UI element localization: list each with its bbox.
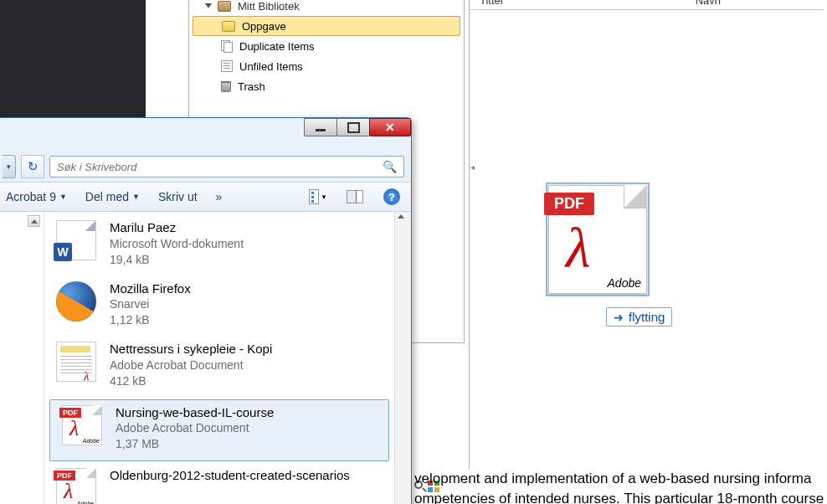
command-toolbar: Acrobat 9▼ Del med▼ Skriv ut » ▼ ? bbox=[0, 182, 411, 212]
pdf-drag-icon: PDF λ Adobe bbox=[548, 185, 647, 294]
chevron-down-icon: ▼ bbox=[132, 193, 140, 201]
explorer-window: ▾ ↻ 🔍 Acrobat 9▼ Del med▼ Skriv ut » ▼ ?… bbox=[0, 117, 412, 504]
file-name: Oldenburg-2012-student-created-scenarios bbox=[110, 468, 350, 484]
tree-item-duplicates[interactable]: Duplicate Items bbox=[189, 36, 464, 56]
preview-pane-button[interactable] bbox=[346, 188, 364, 206]
file-name: Nettressurs i sykepleie - Kopi bbox=[110, 342, 272, 357]
trash-icon bbox=[221, 81, 231, 92]
library-icon bbox=[218, 1, 231, 12]
file-name: Mozilla Firefox bbox=[110, 281, 191, 297]
file-type: Snarvei bbox=[110, 296, 191, 312]
toolbar-more[interactable]: » bbox=[216, 190, 223, 203]
maximize-button[interactable] bbox=[336, 118, 370, 136]
paper-line: ompetencies of intended nurses. This par… bbox=[414, 489, 827, 504]
paper-text: velopment and implementation of a web-ba… bbox=[414, 469, 827, 504]
file-name: Marilu Paez bbox=[110, 220, 244, 236]
search-box[interactable]: 🔍 bbox=[49, 156, 404, 177]
file-type: Microsoft Word-dokument bbox=[110, 236, 244, 252]
file-name: Nursing-we-based-IL-course bbox=[116, 405, 274, 421]
pdf-icon: PDFλAdobe bbox=[56, 468, 96, 504]
splitter-handle[interactable] bbox=[470, 159, 476, 174]
scroll-up-button[interactable] bbox=[28, 215, 40, 227]
drag-ghost: PDF λ Adobe ➜ flytting bbox=[546, 183, 655, 327]
folder-icon bbox=[222, 21, 235, 32]
tree-item-unfiled[interactable]: Unfiled Items bbox=[189, 56, 464, 76]
tree-item-oppgave[interactable]: Oppgave bbox=[193, 16, 460, 36]
tree-item-trash[interactable]: Trash bbox=[189, 76, 464, 96]
file-type: Adobe Acrobat Document bbox=[110, 357, 272, 373]
word-icon bbox=[56, 220, 96, 260]
tree-root[interactable]: Mitt Bibliotek bbox=[189, 0, 464, 16]
file-size: 412 kB bbox=[110, 373, 272, 389]
tree-item-label: Unfiled Items bbox=[239, 60, 303, 73]
file-size: 1,12 kB bbox=[110, 312, 191, 328]
scrollbar[interactable] bbox=[394, 212, 411, 504]
titlebar[interactable] bbox=[0, 118, 411, 152]
search-icon[interactable]: 🔍 bbox=[383, 160, 397, 173]
view-mode-button[interactable]: ▼ bbox=[309, 188, 327, 206]
file-row[interactable]: Marilu PaezMicrosoft Word-dokument19,4 k… bbox=[44, 215, 394, 276]
column-headers[interactable]: Tittel Navn bbox=[470, 0, 824, 10]
tree-item-label: Oppgave bbox=[242, 20, 286, 33]
chevron-down-icon: ▼ bbox=[321, 193, 327, 201]
expand-icon[interactable] bbox=[205, 3, 212, 8]
chevron-down-icon: ▼ bbox=[59, 193, 67, 201]
tree-item-label: Trash bbox=[238, 80, 265, 93]
toolbar-print[interactable]: Skriv ut bbox=[158, 190, 198, 203]
help-button[interactable]: ? bbox=[383, 188, 401, 206]
refresh-button[interactable]: ↻ bbox=[21, 155, 44, 178]
file-size: 1,37 MB bbox=[116, 436, 274, 452]
history-dropdown[interactable]: ▾ bbox=[3, 155, 16, 178]
file-size: 19,4 kB bbox=[110, 252, 244, 268]
toolbar-acrobat[interactable]: Acrobat 9▼ bbox=[6, 190, 67, 203]
arrow-right-icon: ➜ bbox=[614, 311, 624, 324]
close-button[interactable] bbox=[369, 118, 411, 136]
tree-root-label: Mitt Bibliotek bbox=[238, 0, 300, 13]
col-name[interactable]: Navn bbox=[696, 0, 721, 7]
file-row[interactable]: PDFλAdobeOldenburg-2012-student-created-… bbox=[44, 463, 394, 504]
search-input[interactable] bbox=[57, 161, 383, 173]
paper-line: velopment and implementation of a web-ba… bbox=[414, 469, 827, 489]
address-toolbar: ▾ ↻ 🔍 bbox=[0, 152, 411, 182]
toolbar-share[interactable]: Del med▼ bbox=[85, 190, 140, 203]
pdf-icon: λ bbox=[56, 342, 96, 382]
pdf-icon: PDFλAdobe bbox=[62, 405, 102, 445]
minimize-button[interactable] bbox=[304, 118, 337, 136]
history-nav: ▾ bbox=[3, 155, 16, 178]
drag-tooltip: ➜ flytting bbox=[606, 307, 672, 327]
col-title[interactable]: Tittel bbox=[480, 0, 503, 7]
file-type: Adobe Acrobat Document bbox=[116, 420, 274, 436]
nav-pane[interactable] bbox=[0, 212, 44, 504]
tree-item-label: Duplicate Items bbox=[239, 40, 315, 53]
unfiled-icon bbox=[221, 60, 233, 72]
file-list: Marilu PaezMicrosoft Word-dokument19,4 k… bbox=[44, 212, 394, 504]
file-row[interactable]: λNettressurs i sykepleie - KopiAdobe Acr… bbox=[44, 337, 394, 398]
drag-tooltip-text: flytting bbox=[629, 310, 665, 324]
duplicate-icon bbox=[221, 40, 233, 52]
file-row[interactable]: ↗Mozilla FirefoxSnarvei1,12 kB bbox=[44, 276, 394, 337]
dark-panel bbox=[0, 0, 146, 121]
explorer-body: Marilu PaezMicrosoft Word-dokument19,4 k… bbox=[0, 212, 411, 504]
file-row[interactable]: PDFλAdobeNursing-we-based-IL-courseAdobe… bbox=[49, 399, 389, 462]
firefox-icon: ↗ bbox=[56, 281, 96, 321]
